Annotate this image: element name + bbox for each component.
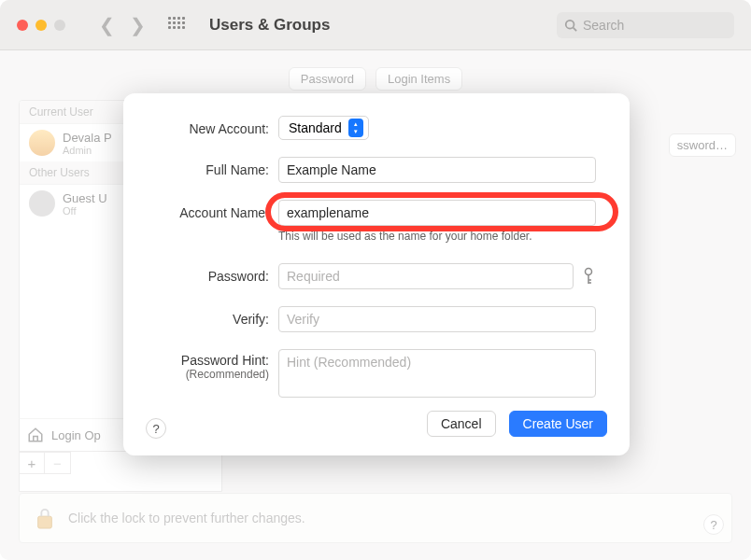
full-name-label: Full Name: — [146, 157, 269, 177]
svg-point-3 — [586, 269, 592, 275]
forward-button[interactable]: ❯ — [130, 14, 146, 36]
account-name-label: Account Name: — [146, 200, 269, 220]
password-hint-sublabel: (Recommended) — [146, 368, 269, 381]
zoom-window-icon[interactable] — [54, 20, 65, 31]
password-hint-label: Password Hint: — [146, 353, 269, 368]
window-controls — [17, 20, 65, 31]
search-input[interactable]: Search — [557, 12, 734, 38]
show-all-prefs-icon[interactable] — [168, 17, 185, 34]
key-icon[interactable] — [581, 267, 596, 286]
svg-line-1 — [574, 27, 577, 31]
account-name-input[interactable] — [278, 200, 596, 226]
close-window-icon[interactable] — [17, 20, 28, 31]
password-label: Password: — [146, 263, 269, 284]
verify-input[interactable] — [278, 306, 596, 332]
new-account-label: New Account: — [146, 116, 269, 136]
cancel-button[interactable]: Cancel — [427, 411, 496, 437]
back-button[interactable]: ❮ — [99, 14, 115, 36]
password-hint-input[interactable] — [278, 349, 596, 398]
minimize-window-icon[interactable] — [35, 20, 47, 31]
svg-point-0 — [566, 20, 574, 28]
full-name-input[interactable] — [278, 157, 596, 183]
password-input[interactable] — [278, 263, 574, 289]
titlebar: ❮ ❯ Users & Groups Search — [0, 0, 751, 50]
new-user-sheet: New Account: Standard ▴▾ Full Name: Acco… — [123, 93, 630, 455]
new-account-select[interactable]: Standard — [278, 116, 369, 140]
verify-label: Verify: — [146, 306, 269, 327]
help-button[interactable]: ? — [146, 418, 166, 439]
account-name-hint: This will be used as the name for your h… — [278, 230, 596, 243]
search-placeholder: Search — [583, 18, 624, 33]
pane-title: Users & Groups — [209, 16, 330, 35]
search-icon — [564, 19, 577, 32]
create-user-button[interactable]: Create User — [509, 411, 607, 437]
